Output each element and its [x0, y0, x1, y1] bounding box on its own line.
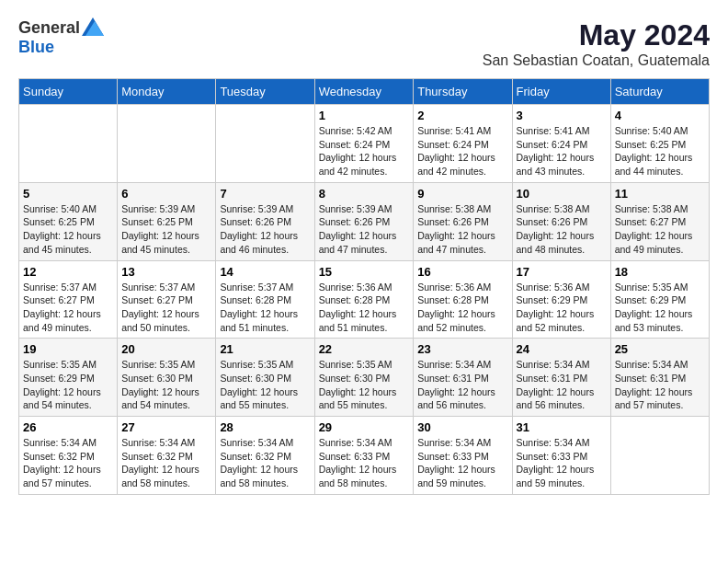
- day-info: Sunrise: 5:35 AM Sunset: 6:30 PM Dayligh…: [220, 358, 310, 412]
- calendar-week-row: 19Sunrise: 5:35 AM Sunset: 6:29 PM Dayli…: [19, 339, 710, 417]
- day-info: Sunrise: 5:41 AM Sunset: 6:24 PM Dayligh…: [517, 124, 607, 178]
- calendar-cell: 24Sunrise: 5:34 AM Sunset: 6:31 PM Dayli…: [512, 339, 610, 417]
- day-info: Sunrise: 5:35 AM Sunset: 6:29 PM Dayligh…: [23, 358, 113, 412]
- calendar-week-row: 5Sunrise: 5:40 AM Sunset: 6:25 PM Daylig…: [19, 182, 710, 260]
- day-info: Sunrise: 5:35 AM Sunset: 6:30 PM Dayligh…: [121, 358, 211, 412]
- day-number: 8: [319, 187, 410, 201]
- day-number: 26: [23, 420, 113, 434]
- day-info: Sunrise: 5:41 AM Sunset: 6:24 PM Dayligh…: [417, 124, 507, 178]
- day-number: 3: [517, 109, 607, 122]
- day-info: Sunrise: 5:34 AM Sunset: 6:32 PM Dayligh…: [23, 436, 113, 490]
- day-number: 31: [517, 420, 607, 434]
- calendar-cell: 29Sunrise: 5:34 AM Sunset: 6:33 PM Dayli…: [314, 417, 414, 495]
- day-info: Sunrise: 5:34 AM Sunset: 6:33 PM Dayligh…: [319, 436, 410, 490]
- day-info: Sunrise: 5:37 AM Sunset: 6:27 PM Dayligh…: [23, 281, 113, 335]
- day-info: Sunrise: 5:34 AM Sunset: 6:33 PM Dayligh…: [417, 436, 507, 490]
- day-number: 7: [220, 187, 310, 201]
- day-number: 16: [417, 265, 507, 279]
- month-year-title: May 2024: [483, 18, 710, 52]
- calendar-cell: 17Sunrise: 5:36 AM Sunset: 6:29 PM Dayli…: [512, 260, 610, 339]
- calendar-cell: [19, 105, 118, 183]
- day-info: Sunrise: 5:40 AM Sunset: 6:25 PM Dayligh…: [23, 202, 113, 257]
- calendar-header-friday: Friday: [512, 79, 610, 105]
- day-number: 10: [517, 187, 607, 201]
- calendar-cell: 27Sunrise: 5:34 AM Sunset: 6:32 PM Dayli…: [118, 417, 216, 495]
- calendar-week-row: 1Sunrise: 5:42 AM Sunset: 6:24 PM Daylig…: [19, 105, 710, 183]
- day-number: 13: [121, 265, 211, 279]
- day-number: 11: [615, 187, 705, 201]
- day-number: 30: [417, 420, 507, 434]
- calendar-cell: 30Sunrise: 5:34 AM Sunset: 6:33 PM Dayli…: [414, 417, 512, 495]
- day-number: 12: [23, 265, 113, 279]
- logo-icon: [82, 17, 104, 36]
- day-info: Sunrise: 5:39 AM Sunset: 6:26 PM Dayligh…: [220, 202, 310, 257]
- calendar-cell: [118, 105, 216, 183]
- calendar-header-sunday: Sunday: [19, 79, 118, 105]
- day-info: Sunrise: 5:38 AM Sunset: 6:26 PM Dayligh…: [517, 202, 607, 257]
- calendar-cell: 18Sunrise: 5:35 AM Sunset: 6:29 PM Dayli…: [610, 260, 709, 339]
- day-number: 22: [319, 342, 410, 356]
- day-number: 5: [23, 187, 113, 201]
- day-info: Sunrise: 5:38 AM Sunset: 6:26 PM Dayligh…: [417, 202, 507, 257]
- calendar-cell: 5Sunrise: 5:40 AM Sunset: 6:25 PM Daylig…: [19, 182, 118, 260]
- day-number: 21: [220, 342, 310, 356]
- day-number: 6: [121, 187, 211, 201]
- calendar-cell: 28Sunrise: 5:34 AM Sunset: 6:32 PM Dayli…: [216, 417, 314, 495]
- calendar-header-monday: Monday: [118, 79, 216, 105]
- day-info: Sunrise: 5:37 AM Sunset: 6:27 PM Dayligh…: [121, 281, 211, 335]
- day-info: Sunrise: 5:34 AM Sunset: 6:32 PM Dayligh…: [220, 436, 310, 490]
- day-number: 2: [417, 109, 507, 122]
- logo-blue-text: Blue: [18, 38, 54, 57]
- calendar-cell: 2Sunrise: 5:41 AM Sunset: 6:24 PM Daylig…: [414, 105, 512, 183]
- day-number: 9: [417, 187, 507, 201]
- title-section: May 2024 San Sebastian Coatan, Guatemala: [483, 18, 710, 69]
- day-info: Sunrise: 5:36 AM Sunset: 6:29 PM Dayligh…: [517, 281, 607, 335]
- page-header: General Blue May 2024 San Sebastian Coat…: [18, 18, 710, 69]
- calendar-cell: 13Sunrise: 5:37 AM Sunset: 6:27 PM Dayli…: [118, 260, 216, 339]
- calendar-header-row: SundayMondayTuesdayWednesdayThursdayFrid…: [19, 79, 710, 105]
- calendar-cell: 4Sunrise: 5:40 AM Sunset: 6:25 PM Daylig…: [610, 105, 709, 183]
- calendar-cell: 21Sunrise: 5:35 AM Sunset: 6:30 PM Dayli…: [216, 339, 314, 417]
- calendar-cell: 14Sunrise: 5:37 AM Sunset: 6:28 PM Dayli…: [216, 260, 314, 339]
- calendar-cell: 10Sunrise: 5:38 AM Sunset: 6:26 PM Dayli…: [512, 182, 610, 260]
- calendar-cell: 1Sunrise: 5:42 AM Sunset: 6:24 PM Daylig…: [314, 105, 414, 183]
- calendar-cell: 20Sunrise: 5:35 AM Sunset: 6:30 PM Dayli…: [118, 339, 216, 417]
- calendar-header-wednesday: Wednesday: [314, 79, 414, 105]
- calendar-cell: 6Sunrise: 5:39 AM Sunset: 6:25 PM Daylig…: [118, 182, 216, 260]
- day-number: 29: [319, 420, 410, 434]
- calendar-week-row: 12Sunrise: 5:37 AM Sunset: 6:27 PM Dayli…: [19, 260, 710, 339]
- day-info: Sunrise: 5:34 AM Sunset: 6:33 PM Dayligh…: [517, 436, 607, 490]
- day-number: 4: [615, 109, 705, 122]
- calendar-cell: 8Sunrise: 5:39 AM Sunset: 6:26 PM Daylig…: [314, 182, 414, 260]
- day-info: Sunrise: 5:35 AM Sunset: 6:30 PM Dayligh…: [319, 358, 410, 412]
- day-number: 28: [220, 420, 310, 434]
- day-number: 1: [319, 109, 410, 122]
- calendar-cell: 9Sunrise: 5:38 AM Sunset: 6:26 PM Daylig…: [414, 182, 512, 260]
- day-info: Sunrise: 5:40 AM Sunset: 6:25 PM Dayligh…: [615, 124, 705, 178]
- calendar-header-thursday: Thursday: [414, 79, 512, 105]
- calendar-cell: 11Sunrise: 5:38 AM Sunset: 6:27 PM Dayli…: [610, 182, 709, 260]
- calendar-header-tuesday: Tuesday: [216, 79, 314, 105]
- day-number: 17: [517, 265, 607, 279]
- day-number: 15: [319, 265, 410, 279]
- calendar-header-saturday: Saturday: [610, 79, 709, 105]
- calendar-cell: 26Sunrise: 5:34 AM Sunset: 6:32 PM Dayli…: [19, 417, 118, 495]
- calendar-week-row: 26Sunrise: 5:34 AM Sunset: 6:32 PM Dayli…: [19, 417, 710, 495]
- day-info: Sunrise: 5:39 AM Sunset: 6:25 PM Dayligh…: [121, 202, 211, 257]
- calendar-cell: 23Sunrise: 5:34 AM Sunset: 6:31 PM Dayli…: [414, 339, 512, 417]
- calendar-cell: [610, 417, 709, 495]
- day-number: 24: [517, 342, 607, 356]
- day-info: Sunrise: 5:38 AM Sunset: 6:27 PM Dayligh…: [615, 202, 705, 257]
- day-info: Sunrise: 5:34 AM Sunset: 6:32 PM Dayligh…: [121, 436, 211, 490]
- day-info: Sunrise: 5:34 AM Sunset: 6:31 PM Dayligh…: [417, 358, 507, 412]
- day-number: 20: [121, 342, 211, 356]
- day-info: Sunrise: 5:39 AM Sunset: 6:26 PM Dayligh…: [319, 202, 410, 257]
- location-subtitle: San Sebastian Coatan, Guatemala: [483, 52, 710, 69]
- calendar-cell: 15Sunrise: 5:36 AM Sunset: 6:28 PM Dayli…: [314, 260, 414, 339]
- day-number: 18: [615, 265, 705, 279]
- day-info: Sunrise: 5:36 AM Sunset: 6:28 PM Dayligh…: [417, 281, 507, 335]
- calendar-cell: 7Sunrise: 5:39 AM Sunset: 6:26 PM Daylig…: [216, 182, 314, 260]
- calendar-cell: [216, 105, 314, 183]
- day-info: Sunrise: 5:42 AM Sunset: 6:24 PM Dayligh…: [319, 124, 410, 178]
- calendar-table: SundayMondayTuesdayWednesdayThursdayFrid…: [18, 78, 710, 495]
